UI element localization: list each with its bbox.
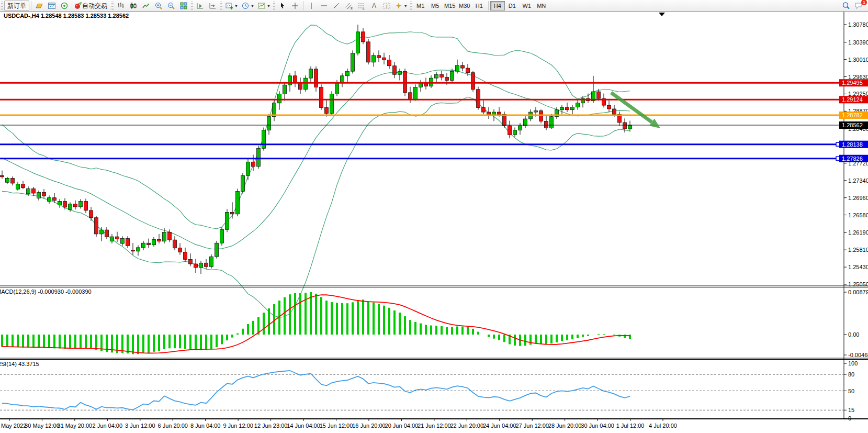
- timeframe-button-MN[interactable]: MN: [534, 1, 549, 10]
- timeframe-button-M1[interactable]: M1: [413, 1, 428, 10]
- svg-text:A: A: [372, 2, 376, 9]
- bear-candle: [11, 178, 15, 183]
- bull-candle: [37, 192, 41, 198]
- bull-candle: [241, 175, 245, 191]
- chart-shift-button[interactable]: [207, 1, 219, 11]
- bear-candle: [147, 243, 151, 245]
- arrows-tool-button[interactable]: ▼: [393, 1, 409, 11]
- vertical-line-icon: [307, 2, 315, 10]
- market-watch-button[interactable]: [46, 1, 58, 11]
- arrows-tool-icon: [394, 2, 403, 10]
- autotrade-icon: [74, 2, 82, 10]
- chart-shift-icon: [209, 2, 217, 10]
- text-label-tool-button[interactable]: T: [380, 1, 393, 11]
- bear-candle: [126, 239, 130, 246]
- bear-candle: [508, 126, 512, 135]
- bull-candle: [414, 87, 418, 99]
- zoom-in-icon: [154, 2, 163, 10]
- crosshair-button[interactable]: [289, 1, 301, 11]
- zoom-out-button[interactable]: [165, 1, 177, 11]
- timeframe-button-M5[interactable]: M5: [428, 1, 443, 10]
- bull-candle: [142, 243, 145, 248]
- svg-text:1.27826: 1.27826: [842, 156, 863, 162]
- periods-button[interactable]: ▼: [240, 1, 256, 11]
- periods-caret-icon: ▼: [251, 4, 254, 8]
- tile-windows-button[interactable]: [177, 1, 190, 11]
- timeframe-button-W1[interactable]: W1: [520, 1, 534, 10]
- bear-candle: [63, 202, 67, 207]
- bear-candle: [503, 114, 506, 126]
- svg-text:1.28782: 1.28782: [842, 112, 863, 118]
- templates-button[interactable]: ▼: [256, 1, 272, 11]
- svg-text:F: F: [363, 7, 365, 10]
- time-tick-label: 12 Jun 23:00: [254, 423, 288, 429]
- bear-candle: [403, 71, 407, 93]
- channel-tool-button[interactable]: E: [343, 1, 355, 11]
- bull-candle: [236, 192, 240, 214]
- bear-candle: [477, 90, 480, 108]
- vertical-line-tool-button[interactable]: [305, 1, 318, 11]
- time-tick-label: 14 Jun 04:00: [287, 423, 320, 429]
- new-chart-button[interactable]: ▼: [223, 1, 240, 11]
- price-tick-label: 1.25050: [848, 281, 868, 287]
- hline-price-label: 1.29124: [839, 96, 868, 103]
- profiles-button[interactable]: [33, 1, 46, 11]
- fibonacci-tool-button[interactable]: F: [355, 1, 368, 11]
- toolbar-grip: [1, 2, 3, 10]
- price-tick-label: 1.27340: [848, 177, 868, 184]
- time-tick-label: 28 Jun 20:00: [548, 423, 582, 429]
- bear-candle: [184, 252, 187, 260]
- line-chart-mode-button[interactable]: [140, 1, 152, 11]
- bull-candle: [283, 85, 287, 94]
- timeframe-button-M30[interactable]: M30: [457, 1, 472, 10]
- cursor-button[interactable]: [276, 1, 289, 11]
- chat-button[interactable]: 1: [852, 1, 865, 11]
- bear-candle: [362, 32, 365, 42]
- bull-candle: [267, 117, 271, 130]
- time-tick-label: 2 Jun 04:00: [93, 423, 123, 429]
- macd-label: MACD(12,26,9) -0.000930 -0.000390: [0, 288, 92, 295]
- bar-chart-mode-button[interactable]: [115, 1, 127, 11]
- chart-canvas[interactable]: USDCAD-,H4 1.28548 1.28583 1.28533 1.285…: [0, 0, 868, 433]
- bear-candle: [461, 65, 465, 68]
- bear-candle: [32, 188, 36, 193]
- auto-scroll-button[interactable]: [194, 1, 207, 11]
- bull-candle: [398, 71, 402, 74]
- bear-candle: [320, 87, 323, 107]
- bear-candle: [84, 202, 88, 210]
- bull-candle: [137, 248, 140, 251]
- new-order-button[interactable]: 新订单: [4, 1, 29, 11]
- bear-candle: [623, 123, 627, 129]
- text-tool-button[interactable]: A: [368, 1, 380, 11]
- price-tick-label: 1.29630: [848, 74, 868, 80]
- autotrade-button[interactable]: 自动交易: [71, 1, 110, 11]
- timeframe-button-D1[interactable]: D1: [505, 1, 520, 10]
- candlestick-icon: [129, 2, 138, 10]
- hline-handle[interactable]: [836, 157, 840, 160]
- trendline-tool-button[interactable]: [330, 1, 343, 11]
- bull-candle: [110, 237, 114, 241]
- timeframe-button-H1[interactable]: H1: [472, 1, 487, 10]
- bull-candle: [121, 239, 125, 244]
- bear-candle: [173, 240, 177, 248]
- tile-windows-icon: [179, 2, 188, 10]
- time-tick-label: 9 Jun 12:00: [223, 423, 253, 429]
- profiles-icon: [35, 2, 43, 10]
- hline-handle[interactable]: [836, 142, 840, 146]
- timeframe-button-M15[interactable]: M15: [443, 1, 457, 10]
- zoom-in-button[interactable]: [152, 1, 165, 11]
- equidistant-channel-icon: E: [345, 2, 353, 10]
- bear-candle: [21, 184, 25, 188]
- time-tick-label: 30 Jun 04:00: [581, 423, 614, 429]
- search-button[interactable]: [840, 1, 852, 11]
- bull-candle: [330, 94, 334, 113]
- bear-candle: [116, 237, 119, 239]
- horizontal-line-tool-button[interactable]: [318, 1, 330, 11]
- timeframe-button-H4[interactable]: H4: [490, 1, 505, 10]
- bull-candle: [372, 55, 376, 62]
- arrows-caret-icon: ▼: [404, 4, 408, 8]
- bear-candle: [168, 232, 172, 240]
- candlestick-mode-button[interactable]: [127, 1, 140, 11]
- bull-candle: [435, 74, 438, 78]
- signals-button[interactable]: [58, 1, 71, 11]
